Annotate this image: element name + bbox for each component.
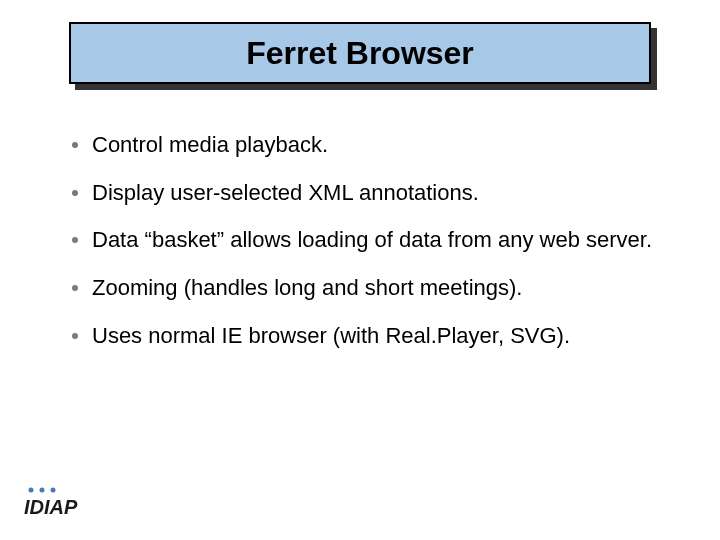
list-item: Uses normal IE browser (with Real.Player… <box>72 321 672 351</box>
bullet-text: Uses normal IE browser (with Real.Player… <box>92 321 570 351</box>
list-item: Data “basket” allows loading of data fro… <box>72 225 672 255</box>
bullet-text: Control media playback. <box>92 130 328 160</box>
bullet-icon <box>72 142 78 148</box>
svg-point-1 <box>40 488 45 493</box>
svg-point-2 <box>51 488 56 493</box>
list-item: Display user-selected XML annotations. <box>72 178 672 208</box>
bullet-icon <box>72 333 78 339</box>
bullet-icon <box>72 237 78 243</box>
page-title: Ferret Browser <box>246 35 474 72</box>
svg-point-0 <box>29 488 34 493</box>
bullet-text: Display user-selected XML annotations. <box>92 178 479 208</box>
list-item: Zooming (handles long and short meetings… <box>72 273 672 303</box>
bullet-text: Data “basket” allows loading of data fro… <box>92 225 652 255</box>
title-box: Ferret Browser <box>69 22 651 84</box>
idiap-logo: IDIAP <box>24 484 102 524</box>
svg-text:IDIAP: IDIAP <box>24 496 78 518</box>
bullet-icon <box>72 190 78 196</box>
bullet-list: Control media playback. Display user-sel… <box>72 130 672 368</box>
list-item: Control media playback. <box>72 130 672 160</box>
bullet-text: Zooming (handles long and short meetings… <box>92 273 522 303</box>
bullet-icon <box>72 285 78 291</box>
